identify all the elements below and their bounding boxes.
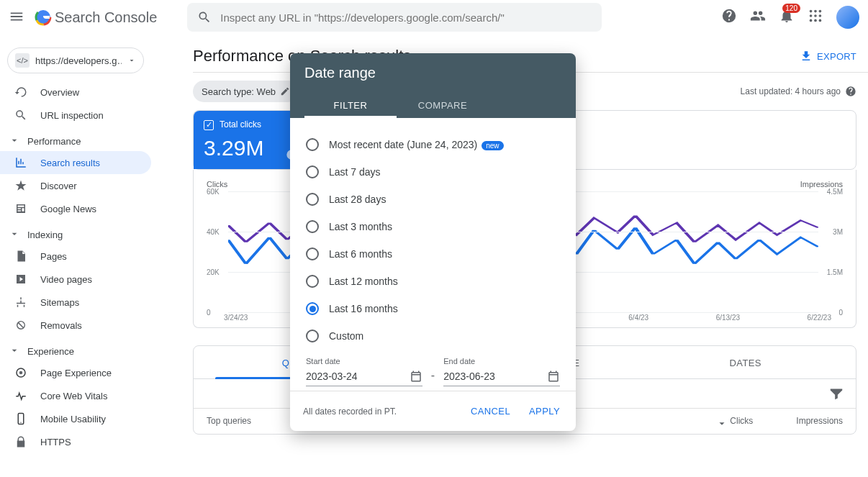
radio-icon xyxy=(306,165,319,178)
radio-icon xyxy=(306,275,319,288)
date-range-option[interactable]: Last 6 months xyxy=(306,240,560,268)
date-range-modal: Date range FILTERCOMPARE Most recent dat… xyxy=(290,53,576,431)
radio-icon xyxy=(306,330,319,342)
end-date-label: End date xyxy=(443,357,560,365)
radio-icon xyxy=(306,193,319,206)
radio-icon xyxy=(306,138,319,151)
modal-tab[interactable]: FILTER xyxy=(304,91,397,118)
timezone-note: All dates recorded in PT. xyxy=(303,406,397,417)
calendar-icon xyxy=(547,370,560,383)
date-range-option[interactable]: Last 3 months xyxy=(306,213,560,240)
new-badge: new xyxy=(482,141,503,150)
radio-icon xyxy=(306,220,319,233)
modal-title: Date range xyxy=(304,65,561,81)
start-date-label: Start date xyxy=(306,357,422,365)
radio-icon xyxy=(306,247,319,260)
apply-button[interactable]: APPLY xyxy=(526,401,563,421)
date-range-option[interactable]: Most recent date (June 24, 2023)new xyxy=(306,131,560,158)
cancel-button[interactable]: CANCEL xyxy=(468,401,513,421)
date-range-option[interactable]: Last 12 months xyxy=(306,268,560,295)
date-range-option[interactable]: Last 16 months xyxy=(306,295,560,322)
date-range-option[interactable]: Last 28 days xyxy=(306,186,560,213)
date-separator: - xyxy=(430,369,436,386)
date-range-option[interactable]: Last 7 days xyxy=(306,158,560,186)
date-range-option[interactable]: Custom xyxy=(306,322,560,350)
calendar-icon xyxy=(410,370,422,383)
end-date-input[interactable]: 2023-06-23 xyxy=(443,367,560,386)
modal-tab[interactable]: COMPARE xyxy=(397,91,489,118)
radio-icon xyxy=(306,302,319,315)
start-date-input[interactable]: 2023-03-24 xyxy=(306,367,422,386)
